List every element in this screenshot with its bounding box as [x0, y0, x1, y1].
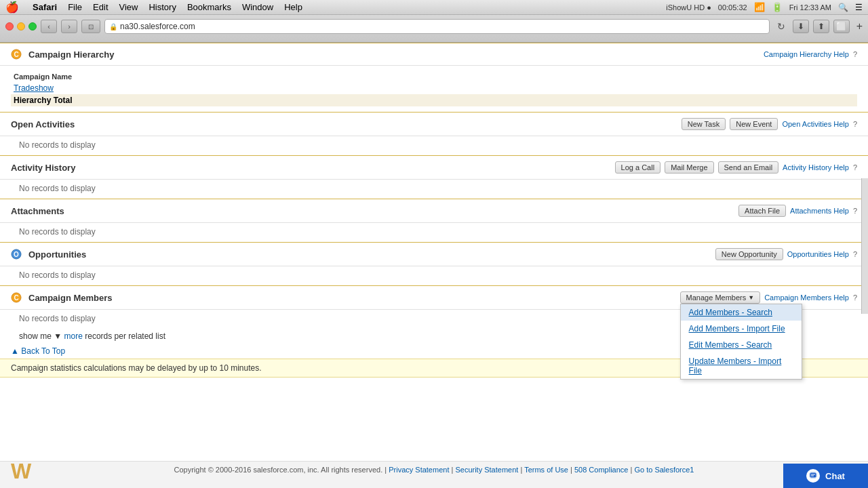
update-members-import-item[interactable]: Update Members - Import File — [681, 353, 802, 379]
refresh-button[interactable]: ↻ — [774, 20, 789, 33]
campaign-hierarchy-icon: C — [11, 49, 22, 60]
time-display: 00:05:32 — [718, 3, 747, 12]
campaign-hierarchy-help[interactable]: Campaign Hierarchy Help — [764, 50, 849, 58]
w-logo: W — [11, 459, 31, 484]
share-icon[interactable]: ⬆ — [813, 20, 829, 33]
attachments-help[interactable]: Attachments Help — [790, 207, 849, 215]
open-activities-body: No records to display — [0, 136, 868, 155]
forward-button[interactable]: › — [61, 20, 77, 33]
open-activities-header: Open Activities New Task New Event Open … — [0, 113, 868, 136]
privacy-link[interactable]: Privacy Statement — [389, 466, 449, 474]
open-activities-no-records: No records to display — [19, 138, 96, 152]
activity-history-title: Activity History — [11, 163, 75, 173]
activity-history-section: Activity History Log a Call Mail Merge S… — [0, 155, 868, 199]
attachments-section: Attachments Attach File Attachments Help… — [0, 199, 868, 242]
campaign-members-title: C Campaign Members — [11, 292, 113, 303]
activity-history-help[interactable]: Activity History Help — [783, 163, 849, 171]
campaign-hierarchy-help-icon[interactable]: ? — [853, 50, 857, 58]
page-footer: Copyright © 2000-2016 salesforce.com, in… — [0, 461, 868, 478]
address-bar[interactable]: 🔒 na30.salesforce.com — [104, 19, 770, 34]
open-activities-section: Open Activities New Task New Event Open … — [0, 112, 868, 155]
menu-window[interactable]: Window — [242, 2, 273, 12]
security-link[interactable]: Security Statement — [455, 466, 518, 474]
menu-file[interactable]: File — [68, 2, 82, 12]
send-email-button[interactable]: Send an Email — [718, 161, 779, 174]
campaign-hierarchy-section: C Campaign Hierarchy Campaign Hierarchy … — [0, 43, 868, 112]
page-content: C Campaign Hierarchy Campaign Hierarchy … — [0, 43, 868, 478]
add-tab-icon[interactable]: ⬜ — [833, 20, 850, 33]
mail-merge-button[interactable]: Mail Merge — [665, 161, 713, 174]
manage-members-menu: Add Members - Search Add Members - Impor… — [680, 304, 802, 380]
chat-bubble-icon — [809, 472, 817, 480]
browser-chrome: ‹ › ⊡ 🔒 na30.salesforce.com ↻ ⬇ ⬆ ⬜ + — [0, 15, 868, 43]
svg-text:O: O — [14, 251, 19, 258]
close-window-button[interactable] — [5, 22, 14, 30]
opportunities-no-records: No records to display — [19, 268, 96, 283]
tradeshow-row: Tradeshow — [11, 82, 857, 94]
activity-history-help-icon[interactable]: ? — [853, 163, 857, 171]
add-members-import-item[interactable]: Add Members - Import File — [681, 321, 802, 337]
warning-text: Campaign statistics calculations may be … — [11, 363, 262, 373]
attachments-body: No records to display — [0, 223, 868, 242]
campaign-members-help-icon[interactable]: ? — [853, 293, 857, 302]
hierarchy-total-row: Hierarchy Total — [11, 94, 857, 106]
open-activities-help-icon[interactable]: ? — [853, 120, 857, 128]
campaign-hierarchy-body: Campaign Name Tradeshow Hierarchy Total — [0, 66, 868, 112]
new-event-button[interactable]: New Event — [730, 118, 778, 130]
show-me-text: show me — [19, 331, 52, 341]
campaign-members-no-records: No records to display — [19, 311, 96, 326]
compliance-link[interactable]: 508 Compliance — [574, 466, 629, 474]
add-members-search-item[interactable]: Add Members - Search — [681, 304, 802, 321]
menu-history[interactable]: History — [149, 2, 176, 12]
activity-history-no-records: No records to display — [19, 181, 96, 196]
activity-history-body: No records to display — [0, 180, 868, 199]
back-button[interactable]: ‹ — [41, 20, 57, 33]
campaign-members-icon: C — [11, 292, 22, 303]
activity-history-header: Activity History Log a Call Mail Merge S… — [0, 156, 868, 180]
new-opportunity-button[interactable]: New Opportunity — [715, 248, 783, 260]
terms-link[interactable]: Terms of Use — [524, 466, 568, 474]
back-to-top-link[interactable]: ▲ Back To Top — [11, 346, 65, 356]
opportunities-title: O Opportunities — [11, 249, 86, 260]
download-icon[interactable]: ⬇ — [793, 20, 809, 33]
tradeshow-link[interactable]: Tradeshow — [14, 83, 54, 93]
open-activities-title: Open Activities — [11, 119, 75, 129]
maximize-window-button[interactable] — [28, 22, 37, 30]
salesforce1-link[interactable]: Go to Salesforce1 — [634, 466, 694, 474]
campaign-name-header: Campaign Name — [11, 71, 857, 82]
opportunities-help[interactable]: Opportunities Help — [787, 250, 849, 258]
clock-display: Fri 12:33 AM — [789, 3, 831, 12]
campaign-members-section: C Campaign Members Manage Members ▼ Add … — [0, 285, 868, 329]
log-call-button[interactable]: Log a Call — [615, 161, 661, 174]
manage-members-button[interactable]: Manage Members ▼ — [680, 291, 761, 304]
menu-bookmarks[interactable]: Bookmarks — [187, 2, 231, 12]
attach-file-button[interactable]: Attach File — [738, 205, 786, 217]
search-icon[interactable]: 🔍 — [838, 3, 848, 12]
menu-bars-icon[interactable]: ☰ — [855, 3, 863, 12]
opportunities-header: O Opportunities New Opportunity Opportun… — [0, 243, 868, 266]
lock-icon: 🔒 — [109, 23, 117, 30]
open-activities-help[interactable]: Open Activities Help — [782, 120, 848, 128]
manage-members-dropdown-wrapper: Manage Members ▼ Add Members - Search Ad… — [680, 291, 761, 304]
menu-edit[interactable]: Edit — [93, 2, 108, 12]
side-scrollbar[interactable] — [861, 178, 868, 314]
menu-view[interactable]: View — [119, 2, 138, 12]
menu-help[interactable]: Help — [284, 2, 302, 12]
attachments-no-records: No records to display — [19, 224, 96, 239]
attachments-help-icon[interactable]: ? — [853, 207, 857, 215]
minimize-window-button[interactable] — [17, 22, 25, 30]
opportunities-section: O Opportunities New Opportunity Opportun… — [0, 242, 868, 285]
chat-button[interactable]: Chat — [783, 464, 868, 488]
tab-view-button[interactable]: ⊡ — [81, 20, 100, 33]
new-tab-plus[interactable]: + — [856, 20, 863, 33]
opportunities-icon: O — [11, 249, 22, 260]
apple-icon[interactable]: 🍎 — [5, 1, 19, 14]
campaign-members-help[interactable]: Campaign Members Help — [764, 293, 849, 302]
menu-safari[interactable]: Safari — [33, 2, 57, 12]
attachments-header: Attachments Attach File Attachments Help… — [0, 199, 868, 223]
more-link[interactable]: more — [64, 331, 83, 341]
opportunities-help-icon[interactable]: ? — [853, 250, 857, 258]
copyright-text: Copyright © 2000-2016 salesforce.com, in… — [174, 466, 383, 474]
edit-members-search-item[interactable]: Edit Members - Search — [681, 337, 802, 353]
new-task-button[interactable]: New Task — [682, 118, 726, 130]
